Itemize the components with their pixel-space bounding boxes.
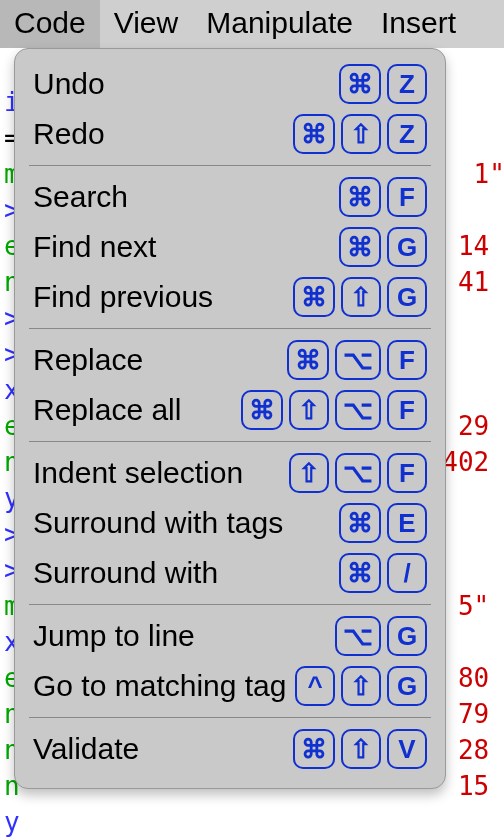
menu-item-code[interactable]: Code bbox=[0, 0, 100, 48]
key-g: G bbox=[387, 616, 427, 656]
shortcut: ⌘ Z bbox=[339, 64, 427, 104]
shortcut: ⇧ ⌥ F bbox=[289, 453, 427, 493]
key-f: F bbox=[387, 177, 427, 217]
key-e: E bbox=[387, 503, 427, 543]
shortcut: ⌘ F bbox=[339, 177, 427, 217]
shortcut: ⌘ ⌥ F bbox=[287, 340, 427, 380]
bg-char: 5" bbox=[458, 591, 489, 621]
shift-key-icon: ⇧ bbox=[341, 277, 381, 317]
menu-find-next[interactable]: Find next ⌘ G bbox=[15, 222, 445, 272]
cmd-key-icon: ⌘ bbox=[339, 553, 381, 593]
shortcut: ⌘ ⇧ G bbox=[293, 277, 427, 317]
menu-label: Replace all bbox=[33, 393, 241, 427]
menu-replace[interactable]: Replace ⌘ ⌥ F bbox=[15, 335, 445, 385]
menu-label: Validate bbox=[33, 732, 293, 766]
shortcut: ⌘ / bbox=[339, 553, 427, 593]
bg-char: 41 bbox=[458, 267, 489, 297]
menu-label: Jump to line bbox=[33, 619, 335, 653]
menu-label: Find previous bbox=[33, 280, 293, 314]
menu-indent-selection[interactable]: Indent selection ⇧ ⌥ F bbox=[15, 448, 445, 498]
key-f: F bbox=[387, 340, 427, 380]
shift-key-icon: ⇧ bbox=[341, 114, 381, 154]
bg-char: 80 bbox=[458, 663, 489, 693]
menu-replace-all[interactable]: Replace all ⌘ ⇧ ⌥ F bbox=[15, 385, 445, 435]
bg-char: 14 bbox=[458, 231, 489, 261]
menu-label: Surround with bbox=[33, 556, 339, 590]
opt-key-icon: ⌥ bbox=[335, 390, 381, 430]
bg-char: 1" bbox=[474, 159, 504, 189]
menu-surround-with[interactable]: Surround with ⌘ / bbox=[15, 548, 445, 598]
cmd-key-icon: ⌘ bbox=[293, 729, 335, 769]
menu-label: Replace bbox=[33, 343, 287, 377]
cmd-key-icon: ⌘ bbox=[287, 340, 329, 380]
menu-label: Search bbox=[33, 180, 339, 214]
cmd-key-icon: ⌘ bbox=[339, 177, 381, 217]
menu-separator bbox=[29, 328, 431, 329]
opt-key-icon: ⌥ bbox=[335, 616, 381, 656]
menu-separator bbox=[29, 604, 431, 605]
menu-label: Find next bbox=[33, 230, 339, 264]
cmd-key-icon: ⌘ bbox=[293, 277, 335, 317]
menu-label: Surround with tags bbox=[33, 506, 339, 540]
key-g: G bbox=[387, 227, 427, 267]
shift-key-icon: ⇧ bbox=[289, 390, 329, 430]
key-f: F bbox=[387, 390, 427, 430]
menubar: Code View Manipulate Insert bbox=[0, 0, 504, 48]
key-g: G bbox=[387, 666, 427, 706]
menu-item-insert[interactable]: Insert bbox=[367, 0, 470, 48]
cmd-key-icon: ⌘ bbox=[339, 227, 381, 267]
menu-jump-to-line[interactable]: Jump to line ⌥ G bbox=[15, 611, 445, 661]
opt-key-icon: ⌥ bbox=[335, 340, 381, 380]
cmd-key-icon: ⌘ bbox=[293, 114, 335, 154]
menu-separator bbox=[29, 717, 431, 718]
menu-separator bbox=[29, 165, 431, 166]
bg-char: 15 bbox=[458, 771, 489, 801]
bg-char: 29 bbox=[458, 411, 489, 441]
opt-key-icon: ⌥ bbox=[335, 453, 381, 493]
shortcut: ⌘ ⇧ ⌥ F bbox=[241, 390, 427, 430]
cmd-key-icon: ⌘ bbox=[339, 64, 381, 104]
cmd-key-icon: ⌘ bbox=[339, 503, 381, 543]
bg-char: 28 bbox=[458, 735, 489, 765]
menu-surround-with-tags[interactable]: Surround with tags ⌘ E bbox=[15, 498, 445, 548]
key-z: Z bbox=[387, 64, 427, 104]
key-slash: / bbox=[387, 553, 427, 593]
menu-label: Go to matching tag bbox=[33, 669, 295, 703]
shortcut: ^ ⇧ G bbox=[295, 666, 427, 706]
key-z: Z bbox=[387, 114, 427, 154]
menu-item-manipulate[interactable]: Manipulate bbox=[192, 0, 367, 48]
menu-validate[interactable]: Validate ⌘ ⇧ V bbox=[15, 724, 445, 774]
menu-undo[interactable]: Undo ⌘ Z bbox=[15, 59, 445, 109]
cmd-key-icon: ⌘ bbox=[241, 390, 283, 430]
menu-label: Indent selection bbox=[33, 456, 289, 490]
menu-label: Undo bbox=[33, 67, 339, 101]
key-g: G bbox=[387, 277, 427, 317]
menu-separator bbox=[29, 441, 431, 442]
shortcut: ⌘ ⇧ V bbox=[293, 729, 427, 769]
bg-char: 79 bbox=[458, 699, 489, 729]
shortcut: ⌘ E bbox=[339, 503, 427, 543]
shortcut: ⌘ ⇧ Z bbox=[293, 114, 427, 154]
key-f: F bbox=[387, 453, 427, 493]
bg-char: y bbox=[4, 807, 20, 837]
code-dropdown-menu: Undo ⌘ Z Redo ⌘ ⇧ Z Search ⌘ F Find next… bbox=[14, 48, 446, 789]
menu-redo[interactable]: Redo ⌘ ⇧ Z bbox=[15, 109, 445, 159]
shift-key-icon: ⇧ bbox=[289, 453, 329, 493]
key-v: V bbox=[387, 729, 427, 769]
shift-key-icon: ⇧ bbox=[341, 729, 381, 769]
ctrl-key-icon: ^ bbox=[295, 666, 335, 706]
shortcut: ⌘ G bbox=[339, 227, 427, 267]
menu-item-view[interactable]: View bbox=[100, 0, 192, 48]
menu-search[interactable]: Search ⌘ F bbox=[15, 172, 445, 222]
menu-find-previous[interactable]: Find previous ⌘ ⇧ G bbox=[15, 272, 445, 322]
shortcut: ⌥ G bbox=[335, 616, 427, 656]
bg-char: 402 bbox=[442, 447, 489, 477]
menu-go-to-matching-tag[interactable]: Go to matching tag ^ ⇧ G bbox=[15, 661, 445, 711]
menu-label: Redo bbox=[33, 117, 293, 151]
shift-key-icon: ⇧ bbox=[341, 666, 381, 706]
